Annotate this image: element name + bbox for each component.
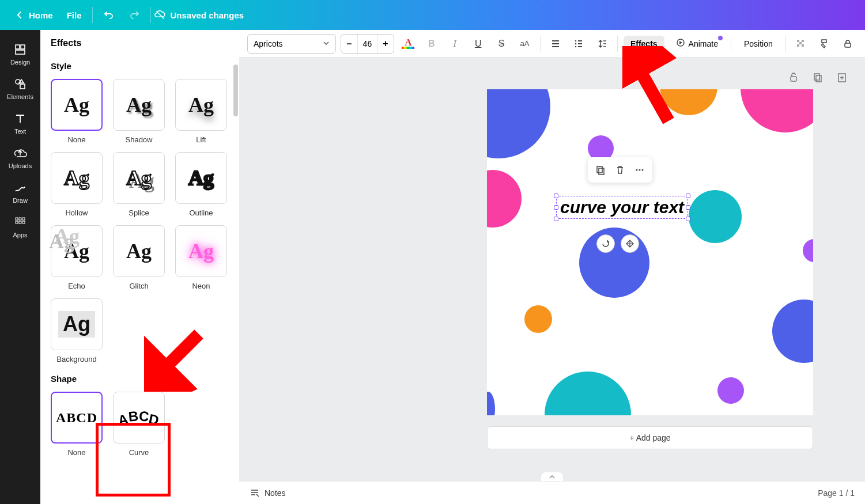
text-color-button[interactable]: A (399, 34, 417, 54)
canvas-area[interactable]: curve your text + Add page (239, 58, 865, 481)
save-status: Unsaved changes (154, 9, 244, 21)
resize-handle[interactable] (554, 205, 558, 210)
panel-scrollbar[interactable] (233, 65, 238, 116)
style-shadow[interactable]: AgShadow (113, 79, 165, 144)
delete-button[interactable] (611, 161, 629, 179)
status-bar: Notes Page 1 / 1 (239, 481, 865, 504)
undo-button[interactable] (96, 6, 122, 24)
shape-circle[interactable] (717, 377, 744, 404)
style-neon-preview: Ag (175, 225, 227, 277)
shape-circle[interactable] (689, 190, 742, 243)
home-button[interactable]: Home (7, 6, 60, 24)
svg-rect-18 (802, 40, 804, 42)
text-element[interactable]: curve your text (556, 196, 688, 219)
shape-none[interactable]: ABCDNone (51, 392, 103, 457)
rail-text[interactable]: Text (0, 106, 40, 141)
add-page-button[interactable]: + Add page (487, 426, 813, 449)
canvas-page[interactable]: curve your text (487, 89, 813, 415)
font-size-decrease[interactable]: – (341, 39, 358, 49)
selection-toolbar (588, 157, 652, 183)
svg-line-31 (631, 55, 668, 121)
font-select[interactable]: Apricots (247, 34, 336, 54)
app-header: Home File Unsaved changes (0, 0, 865, 30)
file-menu[interactable]: File (60, 7, 89, 24)
bold-button[interactable]: B (422, 34, 441, 54)
style-shadow-label: Shadow (126, 135, 153, 144)
font-name: Apricots (254, 39, 283, 48)
align-button[interactable] (546, 34, 565, 54)
svg-rect-26 (597, 166, 602, 173)
resize-handle[interactable] (554, 194, 558, 198)
font-size-value[interactable]: 46 (357, 35, 377, 53)
resize-handle[interactable] (686, 194, 690, 198)
shape-circle[interactable] (741, 89, 813, 132)
svg-rect-9 (16, 221, 18, 223)
separator (785, 36, 786, 52)
font-size-group: – 46 + (341, 34, 395, 54)
duplicate-page-button[interactable] (810, 69, 826, 85)
style-outline[interactable]: AgOutline (175, 152, 227, 217)
style-hollow[interactable]: AgHollow (51, 152, 103, 217)
shape-circle[interactable] (524, 305, 552, 333)
style-glitch[interactable]: AgGlitch (113, 225, 165, 290)
style-heading: Style (51, 61, 229, 71)
position-button[interactable]: Position (737, 36, 780, 52)
style-background-preview: Ag (51, 298, 103, 350)
shape-circle[interactable] (487, 89, 550, 158)
resize-handle[interactable] (686, 205, 690, 210)
style-echo[interactable]: AgEcho (51, 225, 103, 290)
move-handle[interactable] (621, 234, 639, 253)
rail-apps[interactable]: Apps (0, 210, 40, 244)
style-none-preview: Ag (51, 79, 103, 131)
style-hollow-preview: Ag (51, 152, 103, 204)
notes-label: Notes (265, 488, 286, 498)
rail-draw[interactable]: Draw (0, 175, 40, 210)
add-page-button[interactable] (834, 69, 850, 85)
resize-handle[interactable] (554, 217, 558, 221)
pages-expand-chevron[interactable] (541, 472, 564, 481)
style-background[interactable]: AgBackground (51, 298, 103, 363)
svg-rect-19 (797, 44, 799, 47)
resize-handle[interactable] (686, 217, 690, 221)
style-lift[interactable]: AgLift (175, 79, 227, 144)
rail-elements[interactable]: Elements (0, 71, 40, 106)
style-neon-label: Neon (192, 282, 210, 290)
shape-circle[interactable] (803, 239, 813, 262)
lock-page-button[interactable] (785, 69, 802, 85)
shape-circle[interactable] (487, 170, 522, 228)
style-none-label: None (67, 135, 85, 144)
font-size-increase[interactable]: + (377, 39, 394, 49)
lock-button[interactable] (838, 34, 857, 54)
strikethrough-button[interactable]: S (492, 34, 511, 54)
style-splice[interactable]: AgSplice (113, 152, 165, 217)
svg-rect-3 (16, 50, 25, 54)
svg-point-29 (639, 169, 641, 171)
copy-style-button[interactable] (815, 34, 833, 54)
duplicate-button[interactable] (591, 161, 610, 179)
svg-rect-10 (19, 221, 21, 223)
canvas-top-actions (785, 69, 850, 85)
italic-button[interactable]: I (445, 34, 464, 54)
rail-design[interactable]: Design (0, 37, 40, 71)
rail-draw-label: Draw (13, 197, 28, 204)
shape-none-label: None (67, 448, 85, 457)
uppercase-button[interactable]: aA (515, 34, 534, 54)
style-neon[interactable]: AgNeon (175, 225, 227, 290)
more-button[interactable] (630, 161, 649, 179)
spacing-button[interactable] (593, 34, 611, 54)
style-none[interactable]: AgNone (51, 79, 103, 144)
shape-circle[interactable] (772, 300, 813, 363)
style-hollow-label: Hollow (65, 209, 88, 217)
rail-uploads[interactable]: Uploads (0, 141, 40, 175)
shape-circle[interactable] (487, 392, 495, 415)
redo-button[interactable] (122, 6, 147, 24)
unsaved-label: Unsaved changes (171, 10, 244, 20)
rotate-handle[interactable] (596, 234, 615, 253)
svg-point-12 (575, 40, 577, 41)
shape-circle[interactable] (545, 372, 631, 415)
underline-button[interactable]: U (469, 34, 487, 54)
transparency-button[interactable] (792, 34, 810, 54)
list-button[interactable] (569, 34, 588, 54)
left-rail: Design Elements Text Uploads Draw Apps (0, 30, 40, 504)
notes-button[interactable]: Notes (250, 488, 286, 498)
